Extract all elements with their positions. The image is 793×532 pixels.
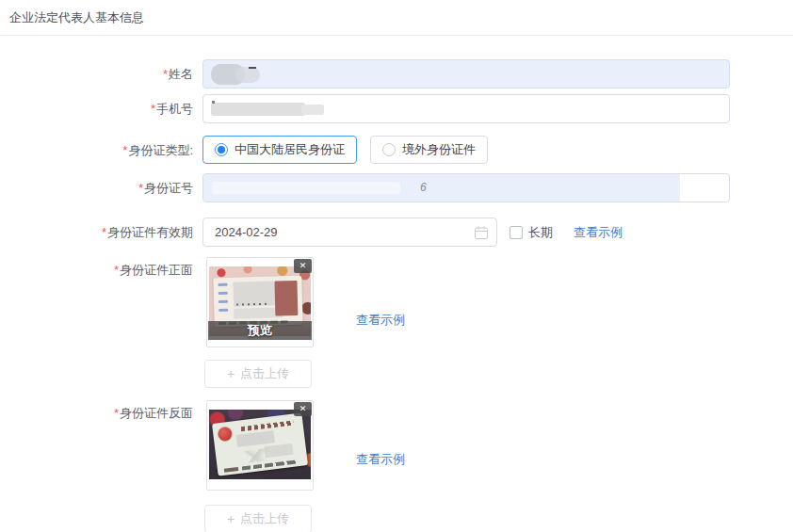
id-back-thumbnail[interactable]: ✕ (206, 400, 314, 491)
id-back-label: *身份证件反面 (0, 400, 193, 420)
id-front-thumbnail[interactable]: 预览 ✕ (206, 257, 314, 347)
plus-icon: + (227, 366, 235, 381)
redacted-phone-value (301, 105, 324, 115)
row-name: *姓名 (0, 59, 793, 89)
id-card-front-artwork (213, 276, 302, 327)
radio-overseas-id-label: 境外身份证件 (402, 141, 476, 158)
validity-date-value: 2024-02-29 (215, 225, 278, 239)
preview-overlay[interactable]: 预览 (208, 321, 312, 340)
calendar-icon[interactable] (475, 226, 488, 239)
id-type-label: *身份证类型: (0, 143, 193, 157)
required-marker: * (114, 263, 119, 277)
id-front-upload-block: 预览 ✕ + 点击上传 (202, 257, 314, 388)
row-id-back: *身份证件反面 (0, 400, 793, 532)
radio-selected-icon (215, 143, 228, 156)
id-back-upload-button[interactable]: + 点击上传 (204, 505, 312, 532)
radio-mainland-id-label: 中国大陆居民身份证 (235, 141, 345, 158)
radio-unselected-icon (382, 143, 396, 156)
row-phone: *手机号 (0, 94, 793, 123)
id-number-input[interactable]: 6 (202, 173, 730, 202)
row-id-type: *身份证类型: 中国大陆居民身份证 境外身份证件 (0, 136, 793, 164)
redacted-phone-value (212, 101, 215, 104)
validity-date-input[interactable]: 2024-02-29 (202, 218, 497, 247)
row-id-front: *身份证件正面 (0, 257, 793, 388)
required-marker: * (138, 181, 143, 195)
id-back-upload-block: ✕ + 点击上传 (202, 400, 314, 532)
legal-representative-form: 企业法定代表人基本信息 *姓名 *手机号 (0, 0, 793, 532)
id-front-upload-button[interactable]: + 点击上传 (204, 360, 312, 388)
phone-input[interactable] (202, 94, 730, 123)
required-marker: * (151, 102, 155, 116)
name-label: *姓名 (0, 67, 193, 81)
upload-button-label: 点击上传 (240, 365, 289, 382)
required-marker: * (163, 67, 168, 81)
required-marker: * (122, 143, 127, 157)
validity-example-link[interactable]: 查看示例 (574, 224, 623, 241)
row-validity: *身份证件有效期 2024-02-29 长期 查看示例 (0, 218, 793, 247)
section-title: 企业法定代表人基本信息 (0, 0, 793, 36)
long-term-label: 长期 (528, 224, 553, 241)
radio-mainland-id[interactable]: 中国大陆居民身份证 (202, 136, 357, 164)
id-number-visible-char: 6 (420, 181, 427, 194)
upload-button-label: 点击上传 (240, 510, 289, 527)
id-portrait-area (274, 281, 298, 316)
form-body: *姓名 *手机号 (0, 36, 793, 532)
phone-label: *手机号 (0, 102, 193, 116)
required-marker: * (102, 225, 106, 239)
id-number-label: *身份证号 (0, 181, 193, 195)
section-title-text: 企业法定代表人基本信息 (9, 10, 144, 24)
row-id-number: *身份证号 6 (0, 173, 793, 202)
redacted-phone-value (211, 103, 305, 116)
redacted-id-number-value (212, 182, 400, 194)
required-marker: * (114, 406, 119, 420)
close-icon[interactable]: ✕ (294, 402, 312, 416)
close-icon[interactable]: ✕ (294, 259, 312, 273)
name-input[interactable] (202, 59, 730, 89)
preview-label: 预览 (248, 322, 272, 339)
id-back-photo (209, 410, 311, 479)
id-back-example-link[interactable]: 查看示例 (356, 451, 405, 468)
id-card-back-artwork (212, 412, 308, 476)
radio-overseas-id[interactable]: 境外身份证件 (370, 136, 488, 164)
validity-label: *身份证件有效期 (0, 225, 193, 239)
redacted-name-value (235, 67, 260, 83)
redacted-name-value (249, 67, 256, 69)
plus-icon: + (227, 511, 235, 526)
id-front-example-link[interactable]: 查看示例 (356, 312, 405, 329)
id-front-label: *身份证件正面 (0, 257, 193, 277)
long-term-checkbox[interactable] (510, 226, 523, 239)
national-emblem-icon (218, 427, 234, 443)
